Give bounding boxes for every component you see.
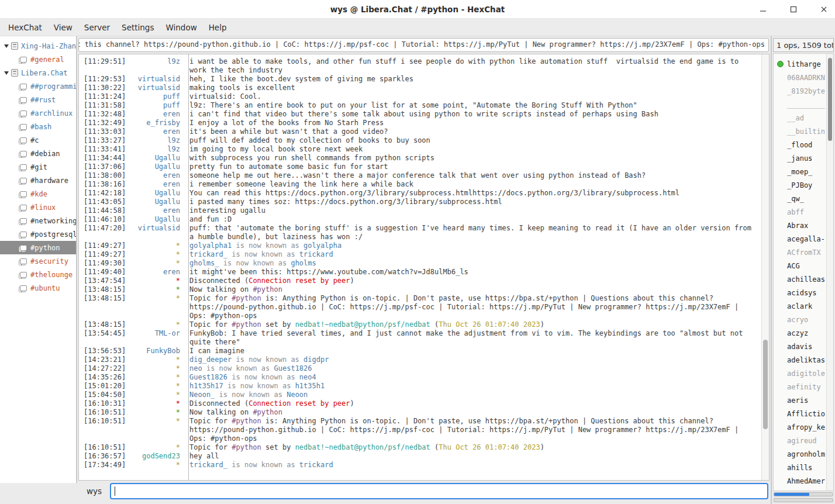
channel-row-general[interactable]: #general [0, 53, 76, 66]
user-row[interactable]: acidsys [777, 286, 825, 299]
user-row[interactable]: aczyz [777, 326, 825, 340]
user-row[interactable]: AhmedAmer [777, 474, 825, 488]
user-row[interactable]: agronholm [777, 447, 825, 461]
user-row[interactable]: _moep_ [777, 165, 825, 178]
channel-row-security[interactable]: #security [0, 254, 76, 268]
timestamp: [11:30:22] [84, 84, 128, 92]
chat-area[interactable]: [11:29:51]l9zi want be able to make tool… [78, 54, 770, 481]
menu-item-hexchat[interactable]: HexChat [2, 20, 48, 34]
user-nick: _PJBoy [787, 181, 812, 189]
message: I enjoy a lot of the books from No Starh… [185, 119, 760, 127]
message-segment: is now known as [219, 259, 291, 267]
server-row-xing-hai-zhan[interactable]: Xing-Hai-Zhan [0, 39, 76, 53]
nick: TML-or [128, 329, 185, 338]
user-row[interactable]: ACG [777, 259, 825, 272]
channel-row-networking[interactable]: #networking [0, 214, 76, 227]
chat-line: [11:46:10]Ugalluand fun :D [84, 215, 760, 224]
user-row[interactable]: __builtin [777, 125, 825, 138]
message-segment: #python [253, 285, 282, 294]
user-row[interactable]: _qw_ [777, 192, 825, 205]
user-row[interactable]: achilleas [777, 272, 825, 286]
minimize-icon[interactable] [757, 3, 770, 16]
user-row[interactable]: acegalla- [777, 232, 825, 246]
timestamp: [11:42:18] [84, 189, 128, 198]
chat-scrollbar[interactable] [761, 54, 769, 480]
user-row[interactable]: ahills [777, 461, 825, 474]
channel-row-git[interactable]: #git [0, 160, 76, 174]
channel-row-rust[interactable]: ##rust [0, 93, 76, 106]
close-icon[interactable] [817, 3, 830, 16]
channel-row-bash[interactable]: #bash [0, 120, 76, 133]
channel-row-python[interactable]: #python [0, 241, 76, 254]
user-row[interactable]: aclark [777, 299, 825, 313]
userlist-pane: 1 ops, 1509 tot litharge068AADRKN_8192by… [771, 36, 835, 504]
chat-line: [11:49:40]erenit might've been this: htt… [84, 268, 760, 277]
user-row[interactable]: adigitole [777, 367, 825, 380]
user-row[interactable]: agireud [777, 434, 825, 447]
message: i remember someone leaving the link here… [185, 180, 760, 189]
user-row[interactable]: acryo [777, 313, 825, 326]
expander-icon[interactable] [4, 71, 9, 75]
message-input[interactable] [110, 483, 768, 499]
channel-label: #bash [30, 123, 51, 131]
menu-item-settings[interactable]: Settings [116, 20, 160, 34]
menu-item-view[interactable]: View [48, 20, 78, 34]
user-nick: __builtin [787, 127, 825, 136]
user-row[interactable]: litharge [777, 57, 825, 71]
user-row[interactable]: Affliction [777, 407, 825, 420]
userlist-scrollbar[interactable] [826, 54, 833, 491]
channel-row-linux[interactable]: #linux [0, 201, 76, 214]
channel-row-postgresql[interactable]: #postgresql [0, 227, 76, 241]
channel-row-archlinux[interactable]: #archlinux [0, 106, 76, 120]
user-row[interactable]: abff [777, 205, 825, 219]
user-row[interactable]: __ad [777, 111, 825, 125]
message-segment: is: Anything Python is on-topic. | Don't… [189, 294, 743, 320]
userlist-scrollbar-thumb[interactable] [828, 58, 832, 141]
timestamp: [11:49:30] [84, 259, 128, 268]
menu-item-server[interactable]: Server [78, 20, 116, 34]
channel-row-c[interactable]: #c [0, 133, 76, 147]
user-row[interactable]: Abrax [777, 219, 825, 232]
user-row[interactable]: aefinity [777, 380, 825, 393]
topic-input[interactable]: about this channel? https://pound-python… [78, 38, 769, 52]
message: gholms_ is now known as gholms [185, 259, 760, 268]
server-row-libera.chat[interactable]: Libera.Chat [0, 66, 76, 80]
menu-item-help[interactable]: Help [203, 20, 233, 34]
user-row[interactable]: 068AADRKN [777, 71, 825, 84]
message-segment: i pasted many times soz: https://docs.py… [189, 198, 502, 206]
user-row[interactable]: _janus [777, 151, 825, 165]
user-row[interactable]: adavis [777, 340, 825, 353]
user-row[interactable]: _PJBoy [777, 178, 825, 192]
channel-label: #security [30, 257, 68, 265]
user-row[interactable]: adeliktas [777, 353, 825, 367]
channel-icon [20, 272, 27, 278]
user-row[interactable]: aeris [777, 393, 825, 407]
server-tree-pane: Xing-Hai-Zhan#generalLibera.Chat##progra… [0, 36, 77, 504]
maximize-icon[interactable] [787, 3, 800, 16]
channel-row-hardware[interactable]: #hardware [0, 174, 76, 187]
message: virtualsid: Cool. [185, 92, 760, 101]
message-segment: Now talking on [189, 285, 253, 294]
user-row[interactable]: afropy_ke [777, 420, 825, 434]
message-segment: Topic for [189, 320, 232, 329]
user-row[interactable]: _8192byte [777, 84, 825, 98]
message-segment: set by [261, 443, 295, 451]
user-row[interactable]: _flood [777, 138, 825, 151]
nick-separator [188, 54, 189, 480]
channel-label: ##programming [30, 82, 76, 91]
channel-row-programming[interactable]: ##programming [0, 80, 76, 93]
channel-row-kde[interactable]: #kde [0, 187, 76, 201]
timestamp: [15:01:20] [84, 382, 128, 391]
chat-scrollbar-thumb[interactable] [763, 340, 768, 429]
user-row[interactable]: _________ [777, 98, 825, 111]
nick: * [128, 250, 185, 259]
channel-row-debian[interactable]: #debian [0, 147, 76, 160]
chat-line: [11:47:20]virtualsidpuff: that 'automate… [84, 224, 760, 241]
chat-line: [13:47:54]*Disconnected (Connection rese… [84, 277, 760, 285]
channel-row-thelounge[interactable]: #thelounge [0, 268, 76, 281]
user-row[interactable]: ACfromTX [777, 246, 825, 259]
menu-item-window[interactable]: Window [160, 20, 202, 34]
message: FunkyBob: I have tried several times, an… [185, 329, 760, 347]
expander-icon[interactable] [4, 44, 9, 48]
channel-row-ubuntu[interactable]: #ubuntu [0, 281, 76, 295]
